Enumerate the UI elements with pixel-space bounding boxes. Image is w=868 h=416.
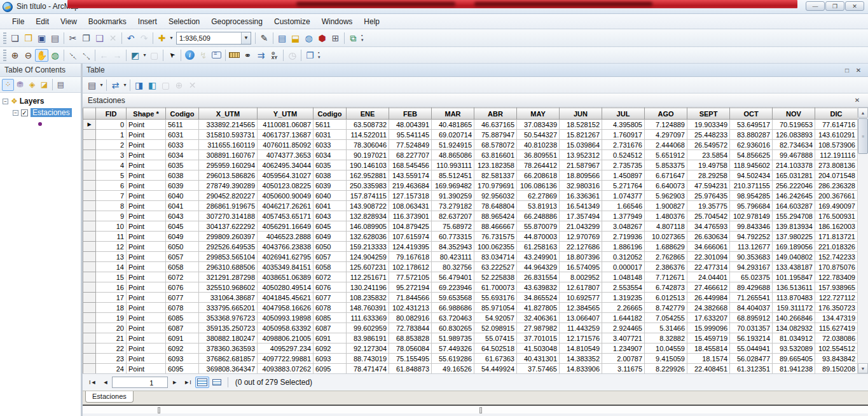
cell[interactable]: 68.853828	[389, 333, 432, 343]
cell[interactable]: 4050600.90049	[258, 191, 313, 201]
cell[interactable]: 94.293167	[730, 262, 773, 272]
cell[interactable]: 5611	[313, 120, 347, 130]
column-header-codigo[interactable]: Codigo	[313, 108, 347, 120]
cell[interactable]: 72.038086	[815, 333, 858, 343]
cell[interactable]: Point	[127, 313, 166, 323]
cell[interactable]: 290452.820227	[199, 191, 258, 201]
cell[interactable]: 6050	[166, 242, 199, 252]
list-by-source-icon[interactable]: ⛃	[14, 79, 26, 91]
cell[interactable]: 6035	[313, 160, 347, 170]
cell[interactable]: 2.00787	[602, 354, 645, 364]
cell[interactable]: 21	[96, 333, 127, 343]
cell[interactable]: 72.783844	[389, 323, 432, 333]
cell[interactable]: 7	[96, 191, 127, 201]
cell[interactable]: 2.444068	[645, 140, 687, 150]
cell[interactable]: 77.614716	[815, 120, 858, 130]
cell[interactable]: 6033	[166, 140, 199, 150]
fixed-zoom-out-icon[interactable]: ←→	[79, 49, 93, 62]
cell[interactable]: 22.127686	[560, 242, 602, 252]
cell[interactable]: 6045	[166, 221, 199, 232]
cell[interactable]: Point	[127, 242, 166, 252]
cell[interactable]: 3	[96, 150, 127, 160]
chevron-down-icon[interactable]: ▾	[142, 52, 148, 58]
cell[interactable]: 69.020714	[432, 130, 474, 140]
cell[interactable]: 24.04401	[687, 272, 730, 282]
cell[interactable]: 15.821267	[560, 130, 602, 140]
cell[interactable]: 286.236328	[815, 181, 858, 191]
column-header-jun[interactable]: JUN	[560, 108, 602, 120]
cell[interactable]: 55.619286	[432, 354, 474, 364]
cell[interactable]: 27.466612	[687, 282, 730, 293]
cell[interactable]: 69.223946	[432, 282, 474, 293]
cell[interactable]: 170.875076	[815, 262, 858, 272]
previous-record-button[interactable]: ◄	[100, 378, 111, 387]
cell[interactable]: 134.47319	[815, 313, 858, 323]
cell[interactable]: 110.993111	[432, 160, 474, 170]
column-header-fid[interactable]: FID	[96, 108, 127, 120]
cell[interactable]: 6072	[313, 272, 347, 282]
cell[interactable]: 5611	[166, 120, 199, 130]
cell[interactable]: 43.639832	[517, 282, 560, 293]
cell[interactable]: 4047958.16626	[258, 303, 313, 313]
row-selector[interactable]	[83, 282, 96, 293]
cell[interactable]: 127.157318	[389, 191, 432, 201]
cell[interactable]: 296310.688506	[199, 262, 258, 272]
sheet-close-button[interactable]: ✕	[851, 95, 863, 105]
cell[interactable]: Point	[127, 120, 166, 130]
cell[interactable]: 60.773315	[432, 232, 474, 242]
cell[interactable]: 55.07415	[474, 333, 517, 343]
cell[interactable]: 37.57465	[517, 364, 560, 374]
cell[interactable]: 111.633369	[347, 313, 389, 323]
cell[interactable]: Point	[127, 303, 166, 313]
cell[interactable]: 7.124889	[645, 120, 687, 130]
cell[interactable]: 4050123.08225	[258, 181, 313, 191]
cell[interactable]: 4050958.63392	[258, 323, 313, 333]
cell[interactable]: 325510.968602	[199, 282, 258, 293]
cell[interactable]: 2	[96, 140, 127, 150]
cell[interactable]: 304137.622292	[199, 221, 258, 232]
cell[interactable]: 23	[96, 354, 127, 364]
cell[interactable]: 92.956032	[474, 191, 517, 201]
cell[interactable]: 311655.160119	[199, 140, 258, 150]
cell[interactable]: Point	[127, 140, 166, 150]
row-selector[interactable]	[83, 364, 96, 374]
cell[interactable]: 7.054255	[645, 313, 687, 323]
cell[interactable]: 26.449984	[687, 293, 730, 303]
cell[interactable]: 4043766.23838	[258, 242, 313, 252]
cell[interactable]: 118.945602	[730, 160, 773, 170]
cell[interactable]: 53.81913	[517, 201, 560, 211]
cell[interactable]: 11	[96, 232, 127, 242]
scroll-thumb[interactable]: ≡	[858, 118, 868, 154]
cell[interactable]: 78.471474	[347, 364, 389, 374]
row-selector[interactable]	[83, 354, 96, 364]
cell[interactable]: 10.04559	[645, 343, 687, 354]
map-scale-value[interactable]: 1:936,509	[177, 34, 241, 42]
toc-options-icon[interactable]: ▤	[55, 79, 67, 91]
menu-view[interactable]: View	[55, 15, 83, 28]
cell[interactable]: 61.848873	[389, 364, 432, 374]
cell[interactable]: 53.649517	[730, 120, 773, 130]
cell[interactable]: 6057	[313, 252, 347, 262]
layer-label[interactable]: Estaciones	[31, 108, 72, 117]
cell[interactable]: 4061737.13687	[258, 130, 313, 140]
cell[interactable]: 6.671647	[645, 170, 687, 181]
time-slider-icon[interactable]: ◷	[286, 49, 299, 62]
cell[interactable]: 6058	[166, 262, 199, 272]
cell[interactable]: 6077	[166, 293, 199, 303]
cell[interactable]: 6038	[166, 170, 199, 181]
cell[interactable]: 0.312052	[602, 252, 645, 262]
splitter-handle[interactable]	[479, 407, 482, 413]
cell[interactable]: 19.35775	[687, 201, 730, 211]
collapse-icon[interactable]: −	[13, 110, 18, 116]
cell[interactable]: 63.816601	[474, 150, 517, 160]
cell[interactable]: 54.92057	[474, 313, 517, 323]
cell[interactable]: 5.853375	[645, 160, 687, 170]
cell[interactable]: 157.938965	[815, 282, 858, 293]
cell[interactable]: 149.040802	[773, 252, 815, 262]
cell[interactable]: 17.633207	[687, 313, 730, 323]
cell[interactable]: 292526.649535	[199, 242, 258, 252]
cell[interactable]: 62.27869	[517, 191, 560, 201]
cell[interactable]: 6049	[313, 232, 347, 242]
cell[interactable]: 152.742233	[815, 252, 858, 262]
cell[interactable]: Point	[127, 282, 166, 293]
